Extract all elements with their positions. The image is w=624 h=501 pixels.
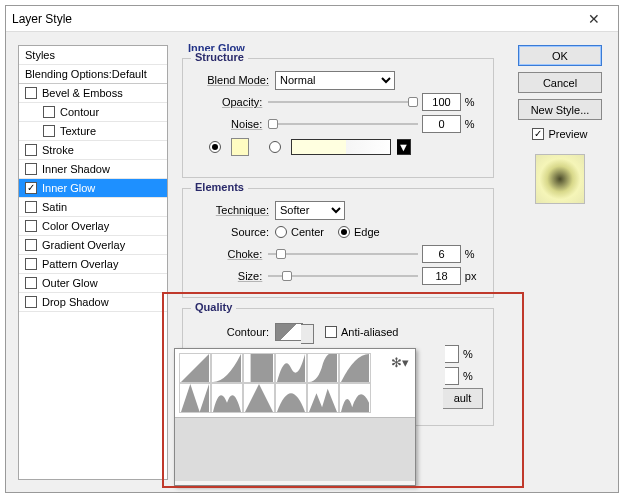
color-radio[interactable] (209, 141, 221, 153)
styles-item-outer-glow[interactable]: Outer Glow (19, 274, 167, 293)
contour-label: Contour: (193, 326, 275, 338)
gradient-swatch[interactable] (291, 139, 391, 155)
ok-button[interactable]: OK (518, 45, 602, 66)
blending-options-row[interactable]: Blending Options:Default (19, 65, 167, 84)
window-title: Layer Style (12, 12, 72, 26)
source-row: Source: Center Edge (193, 221, 483, 243)
styles-item-contour[interactable]: Contour (19, 103, 167, 122)
contour-picker[interactable] (275, 323, 303, 341)
styles-item-checkbox[interactable] (25, 220, 37, 232)
contour-preset[interactable] (211, 383, 243, 413)
contour-preset[interactable] (275, 383, 307, 413)
popup-menu-icon[interactable]: ✻▾ (391, 355, 409, 370)
structure-legend: Structure (191, 51, 248, 63)
styles-item-checkbox[interactable] (25, 277, 37, 289)
styles-item-label: Stroke (42, 144, 74, 156)
noise-value[interactable]: 0 (422, 115, 460, 133)
blend-mode-select[interactable]: Normal (275, 71, 395, 90)
styles-item-label: Drop Shadow (42, 296, 109, 308)
color-swatch[interactable] (231, 138, 249, 156)
contour-preset[interactable] (275, 353, 307, 383)
contour-preset[interactable] (179, 383, 211, 413)
styles-item-label: Color Overlay (42, 220, 109, 232)
styles-item-checkbox[interactable] (25, 163, 37, 175)
jitter-value-obscured[interactable] (445, 367, 459, 385)
contour-preset[interactable] (307, 383, 339, 413)
styles-item-label: Bevel & Emboss (42, 87, 123, 99)
styles-list: Styles Blending Options:Default Bevel & … (18, 45, 168, 480)
contour-preset[interactable] (339, 353, 371, 383)
noise-row: Noise: 0 % (193, 113, 483, 135)
choke-value[interactable]: 6 (422, 245, 460, 263)
range-value-obscured[interactable] (445, 345, 459, 363)
styles-item-pattern-overlay[interactable]: Pattern Overlay (19, 255, 167, 274)
styles-item-drop-shadow[interactable]: Drop Shadow (19, 293, 167, 312)
choke-label: Choke: (193, 248, 268, 260)
glow-source-row: ▼ (209, 135, 483, 159)
contour-preset[interactable] (211, 353, 243, 383)
contour-popup[interactable]: ✻▾ (174, 348, 416, 486)
size-unit: px (465, 270, 483, 282)
size-row: Size: 18 px (193, 265, 483, 287)
styles-item-label: Texture (60, 125, 96, 137)
opacity-value[interactable]: 100 (422, 93, 460, 111)
styles-item-checkbox[interactable] (43, 106, 55, 118)
new-style-button[interactable]: New Style... (518, 99, 602, 120)
styles-item-checkbox[interactable] (25, 144, 37, 156)
styles-item-checkbox[interactable] (25, 201, 37, 213)
styles-item-gradient-overlay[interactable]: Gradient Overlay (19, 236, 167, 255)
contour-preset[interactable] (307, 353, 339, 383)
styles-item-color-overlay[interactable]: Color Overlay (19, 217, 167, 236)
source-edge-label: Edge (354, 226, 380, 238)
jitter-unit: % (463, 370, 483, 382)
styles-item-checkbox[interactable] (25, 296, 37, 308)
noise-unit: % (465, 118, 483, 130)
contour-preset[interactable] (179, 353, 211, 383)
source-center-label: Center (291, 226, 324, 238)
anti-aliased-checkbox[interactable] (325, 326, 337, 338)
make-default-button[interactable]: ault (443, 388, 483, 409)
source-label: Source: (193, 226, 275, 238)
styles-item-checkbox[interactable] (43, 125, 55, 137)
opacity-slider[interactable] (268, 95, 418, 109)
close-icon[interactable]: ✕ (576, 11, 612, 27)
cancel-button[interactable]: Cancel (518, 72, 602, 93)
gradient-radio[interactable] (269, 141, 281, 153)
source-center-radio[interactable] (275, 226, 287, 238)
opacity-row: Opacity: 100 % (193, 91, 483, 113)
noise-slider[interactable] (268, 117, 418, 131)
technique-row: Technique: Softer (193, 199, 483, 221)
styles-item-stroke[interactable]: Stroke (19, 141, 167, 160)
size-slider[interactable] (268, 269, 418, 283)
styles-item-checkbox[interactable] (25, 239, 37, 251)
size-value[interactable]: 18 (422, 267, 460, 285)
preview-checkbox[interactable] (532, 128, 544, 140)
styles-item-checkbox[interactable] (25, 87, 37, 99)
styles-item-bevel-emboss[interactable]: Bevel & Emboss (19, 84, 167, 103)
styles-item-checkbox[interactable] (25, 182, 37, 194)
styles-header[interactable]: Styles (19, 46, 167, 65)
styles-item-label: Gradient Overlay (42, 239, 125, 251)
blend-mode-label: Blend Mode: (193, 74, 275, 86)
contour-preset[interactable] (243, 353, 275, 383)
contour-row: Contour: Anti-aliased (193, 321, 483, 343)
gradient-dropdown-icon[interactable]: ▼ (397, 139, 411, 155)
styles-item-inner-glow[interactable]: Inner Glow (19, 179, 167, 198)
popup-extra-area (175, 417, 415, 481)
quality-legend: Quality (191, 301, 236, 313)
styles-item-checkbox[interactable] (25, 258, 37, 270)
technique-select[interactable]: Softer (275, 201, 345, 220)
choke-slider[interactable] (268, 247, 418, 261)
styles-item-inner-shadow[interactable]: Inner Shadow (19, 160, 167, 179)
preview-label: Preview (548, 128, 587, 140)
elements-group: Elements Technique: Softer Source: Cente… (182, 188, 494, 298)
contour-preset[interactable] (339, 383, 371, 413)
styles-item-texture[interactable]: Texture (19, 122, 167, 141)
dialog-buttons: OK Cancel New Style... Preview (518, 45, 602, 204)
layer-style-dialog: Layer Style ✕ Styles Blending Options:De… (5, 5, 619, 493)
source-edge-radio[interactable] (338, 226, 350, 238)
blend-mode-row: Blend Mode: Normal (193, 69, 483, 91)
contour-preset[interactable] (243, 383, 275, 413)
opacity-label: Opacity: (193, 96, 268, 108)
styles-item-satin[interactable]: Satin (19, 198, 167, 217)
